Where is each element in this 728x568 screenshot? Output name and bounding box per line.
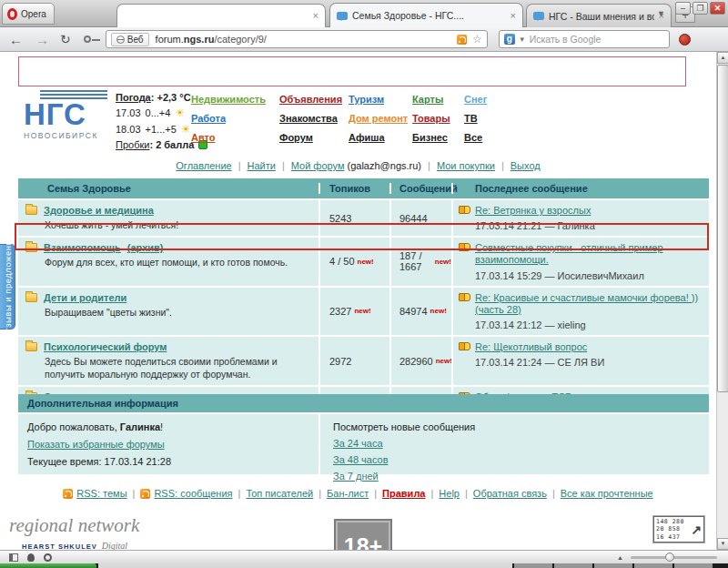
forum-link[interactable]: Здоровье и медицина: [44, 205, 154, 216]
toolbar-find-link[interactable]: Найти: [248, 160, 276, 171]
window-close-button[interactable]: ✕: [710, 2, 725, 15]
last-message-meta: 17.03.14 21:12 — xieling: [459, 320, 705, 330]
tab-close-icon[interactable]: ×: [313, 11, 318, 21]
last-message-link[interactable]: Re: Щекотливый вопрос: [475, 341, 587, 353]
window-minimize-button[interactable]: –: [675, 2, 691, 15]
bookmark-star-icon[interactable]: ☆: [472, 33, 482, 46]
taskbar-button[interactable]: [594, 563, 632, 568]
browser-tab-bar: Opera × Семья Здоровье - НГС.... × НГС -…: [0, 0, 728, 27]
rss-topics-link[interactable]: RSS: темы: [76, 488, 126, 499]
forward-button[interactable]: →: [35, 32, 49, 47]
nav-goods[interactable]: Товары: [412, 113, 464, 124]
info-section-header: Дополнительная информация: [18, 394, 709, 412]
back-button[interactable]: ←: [9, 32, 23, 47]
feedback-side-tab[interactable]: Отзывы и предложения: [0, 244, 15, 330]
username: Галинка: [120, 421, 160, 432]
taskbar-button[interactable]: [674, 563, 713, 568]
toolbar-my-forum-link[interactable]: Мой форум: [291, 160, 345, 171]
mark-all-read-link[interactable]: Все как прочтенные: [561, 488, 653, 499]
forum-description: Хочешь жить - умей лечиться!: [25, 218, 315, 231]
forum-link[interactable]: Дети и родители: [44, 292, 126, 303]
last-message-link[interactable]: Re: Ветрянка у взрослых: [475, 205, 591, 217]
period-48h-link[interactable]: За 48 часов: [333, 454, 389, 465]
feedback-link[interactable]: Обратная связь: [473, 488, 547, 499]
ngs-favicon: [337, 12, 348, 20]
tab-3[interactable]: НГС - Ваши мнения и во... ×: [526, 4, 672, 27]
help-link[interactable]: Help: [439, 488, 460, 499]
age-18-badge: 18+: [334, 519, 392, 550]
nav-auto[interactable]: Авто: [191, 132, 279, 143]
top-writers-link[interactable]: Топ писателей: [246, 488, 313, 499]
forum-link[interactable]: Психологический форум: [44, 341, 167, 352]
nav-ads[interactable]: Объявления: [279, 94, 349, 105]
col-topics: Топиков: [318, 183, 389, 194]
forum-link[interactable]: Взаимопомощь: [44, 242, 121, 253]
toolbar-contents-link[interactable]: Оглавление: [176, 160, 231, 171]
nav-afisha[interactable]: Афиша: [349, 132, 412, 143]
taskbar-button[interactable]: [514, 563, 552, 568]
last-message-link[interactable]: Re: Красивые и счастливые мамочки форева…: [475, 292, 705, 316]
search-input[interactable]: g ▼ Искать в Google: [499, 30, 670, 48]
ngs-logo[interactable]: НГС НОВОСИБИРСК: [24, 90, 107, 140]
opera-menu-button[interactable]: Opera: [2, 3, 55, 25]
rss-messages-link[interactable]: RSS: сообщения: [154, 488, 232, 499]
nav-tv[interactable]: ТВ: [464, 113, 510, 124]
nav-all[interactable]: Все: [464, 132, 510, 143]
reload-button[interactable]: ↻: [60, 32, 71, 46]
vertical-scrollbar[interactable]: ▲ ▼: [716, 52, 728, 550]
rss-feed-icon[interactable]: [457, 35, 467, 45]
taskbar-button[interactable]: [554, 563, 592, 568]
nav-maps[interactable]: Карты: [412, 94, 464, 105]
period-24h-link[interactable]: За 24 часа: [333, 438, 383, 449]
nav-jobs[interactable]: Работа: [191, 113, 279, 124]
toolbar-logout-link[interactable]: Выход: [511, 160, 541, 171]
opera-logo-icon: [7, 8, 17, 20]
nav-snow[interactable]: Снег: [464, 94, 510, 105]
period-7d-link[interactable]: За 7 дней: [333, 471, 379, 482]
additional-info-section: Дополнительная информация Добро пожалова…: [18, 394, 709, 474]
zoom-slider[interactable]: [631, 556, 717, 559]
tab-close-icon[interactable]: ×: [511, 11, 516, 21]
address-input[interactable]: Веб forum.ngs.ru/category/9/ ☆: [106, 30, 488, 48]
key-icon[interactable]: [84, 36, 91, 43]
web-badge: Веб: [111, 33, 149, 46]
tab-2-active[interactable]: Семья Здоровье - НГС.... ×: [329, 3, 523, 27]
zoom-slider-knob[interactable]: [665, 553, 674, 562]
folder-icon: [25, 243, 37, 252]
nav-forum[interactable]: Форум: [279, 132, 349, 143]
zoom-indicator-icon[interactable]: ▲: [617, 554, 623, 561]
tab-menu-chevron-icon[interactable]: ▼: [657, 9, 665, 18]
forum-archive-link[interactable]: (архив): [127, 242, 164, 253]
rules-link[interactable]: Правила: [382, 488, 425, 499]
nav-realty[interactable]: Недвижимость: [191, 94, 279, 105]
scroll-up-arrow[interactable]: ▲: [717, 52, 728, 64]
unite-icon[interactable]: [27, 553, 35, 562]
toolbar-purchases-link[interactable]: Мои покупки: [437, 160, 495, 171]
taskbar-button[interactable]: [634, 563, 672, 568]
window-restore-button[interactable]: ❐: [693, 2, 708, 15]
visitor-counter[interactable]: 148 280 20 858 16 437 ↗: [653, 516, 704, 543]
scroll-down-arrow[interactable]: ▼: [717, 538, 728, 550]
traffic-link[interactable]: Пробки: [116, 139, 149, 150]
last-message-link[interactable]: Совместные покупки - отличный пример вза…: [475, 242, 705, 266]
col-messages: Сообщений: [389, 183, 451, 194]
nav-home-repair[interactable]: Дом ремонт: [349, 113, 412, 124]
stop-button[interactable]: [679, 34, 691, 46]
weather-link[interactable]: Погода: [116, 92, 151, 103]
topics-count: 2327: [329, 306, 351, 317]
new-badge: new!: [430, 307, 447, 315]
globe-icon: [116, 36, 125, 44]
start-button[interactable]: [0, 563, 96, 568]
favorites-link[interactable]: Показать избранные форумы: [27, 439, 165, 450]
tab-1[interactable]: ×: [116, 4, 326, 27]
panels-toggle-icon[interactable]: [9, 553, 18, 562]
nav-tourism[interactable]: Туризм: [349, 94, 412, 105]
nav-dating[interactable]: Знакомства: [279, 113, 349, 124]
browser-status-bar: ▲: [0, 550, 728, 563]
forum-row-psychology: Психологический форум Здесь Вы можете по…: [18, 335, 709, 385]
nav-business[interactable]: Бизнес: [412, 132, 464, 143]
ban-list-link[interactable]: Бан-лист: [327, 488, 369, 499]
scrollbar-thumb[interactable]: [717, 65, 728, 392]
turbo-icon[interactable]: [44, 553, 52, 562]
search-engine-chevron-icon[interactable]: ▼: [519, 36, 526, 44]
